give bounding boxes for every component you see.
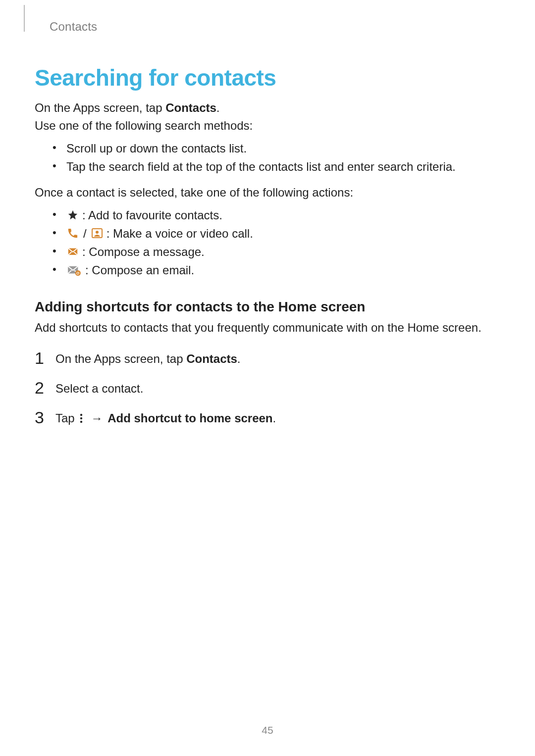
- svg-point-7: [80, 417, 82, 419]
- list-item: @ : Compose an email.: [53, 261, 500, 279]
- steps-list: On the Apps screen, tap Contacts. Select…: [35, 344, 500, 434]
- more-options-icon: [79, 413, 88, 424]
- list-item: Tap the search field at the top of the c…: [53, 157, 500, 176]
- list-item: : Compose a message.: [53, 243, 500, 261]
- actions-intro: Once a contact is selected, take one of …: [35, 185, 500, 201]
- intro-line-1: On the Apps screen, tap Contacts.: [35, 100, 500, 116]
- list-item: : Add to favourite contacts.: [53, 206, 500, 224]
- phone-icon: [66, 227, 79, 240]
- action-text: : Add to favourite contacts.: [82, 206, 222, 224]
- intro-line-2: Use one of the following search methods:: [35, 118, 500, 134]
- message-icon: [66, 246, 79, 258]
- intro-post: .: [216, 101, 220, 114]
- svg-text:@: @: [76, 271, 80, 275]
- svg-point-6: [80, 414, 82, 416]
- step-text: Tap: [55, 411, 78, 425]
- breadcrumb: Contacts: [50, 20, 500, 34]
- svg-point-8: [80, 421, 82, 423]
- step-post: .: [273, 411, 276, 425]
- arrow-right: →: [89, 411, 105, 425]
- separator-slash: /: [82, 224, 88, 243]
- step-item: On the Apps screen, tap Contacts.: [35, 344, 500, 374]
- subsection-heading: Adding shortcuts for contacts to the Hom…: [35, 299, 500, 315]
- email-icon: @: [66, 264, 82, 277]
- step-bold: Contacts: [186, 352, 237, 365]
- page-number: 45: [0, 724, 535, 736]
- step-text: On the Apps screen, tap: [55, 352, 186, 365]
- page-title: Searching for contacts: [35, 64, 500, 91]
- svg-point-1: [96, 231, 99, 234]
- list-item: / : Make a voice or video call.: [53, 224, 500, 243]
- subsection-desc: Add shortcuts to contacts that you frequ…: [35, 320, 500, 336]
- star-icon: [66, 208, 79, 221]
- action-text: : Compose a message.: [82, 243, 205, 261]
- intro-bold: Contacts: [165, 101, 216, 114]
- header-rule: [24, 5, 25, 32]
- search-methods-list: Scroll up or down the contacts list. Tap…: [35, 139, 500, 176]
- list-item: Scroll up or down the contacts list.: [53, 139, 500, 157]
- video-call-icon: [91, 227, 104, 240]
- step-post: .: [237, 352, 241, 365]
- action-text: : Compose an email.: [85, 261, 194, 279]
- action-text: : Make a voice or video call.: [107, 224, 253, 243]
- step-item: Select a contact.: [35, 374, 500, 403]
- step-item: Tap → Add shortcut to home screen.: [35, 403, 500, 433]
- actions-list: : Add to favourite contacts. / : Make a …: [35, 206, 500, 280]
- intro-text: On the Apps screen, tap: [35, 101, 165, 114]
- document-page: Contacts Searching for contacts On the A…: [0, 0, 535, 756]
- step-bold: Add shortcut to home screen: [105, 411, 272, 425]
